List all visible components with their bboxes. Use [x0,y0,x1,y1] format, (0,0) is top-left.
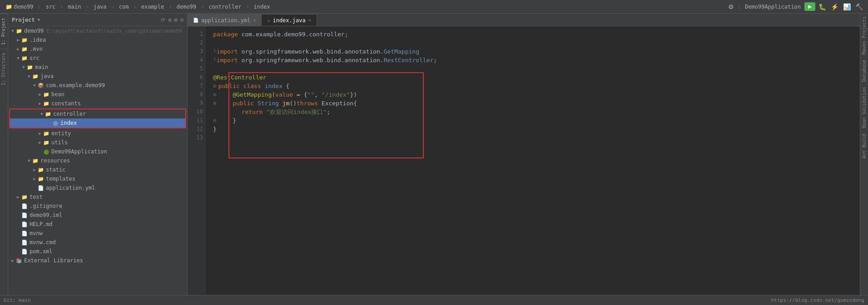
tree-item-resources[interactable]: ▼ 📁 resources [8,156,187,165]
xml-icon-pom: 📄 [21,249,28,255]
tree-item-appyml[interactable]: · 📄 application.yml [8,183,187,192]
tree-item-index[interactable]: · ⬤ index [10,118,185,128]
tree-item-entity[interactable]: ▶ 📁 entity [8,129,187,138]
nav-example[interactable]: example [139,3,166,11]
folder-icon-src: 📁 [21,55,28,61]
line-num-10: 10 [188,108,203,116]
code-line-11: ⊖ } [213,116,860,125]
build-button[interactable]: 🔨 [854,2,864,12]
tree-item-idea[interactable]: ▶ 📁 .idea [8,35,187,44]
coverage-button[interactable]: ⚡ [829,2,840,12]
sidebar-gear-icon[interactable]: ⚙ [168,17,171,23]
nav-controller[interactable]: controller [207,3,243,11]
nav-java[interactable]: java [92,3,109,11]
toolbar-settings-btn[interactable]: ⚙ [727,2,735,12]
tab-indexjava-close[interactable]: × [308,18,311,23]
tree-item-constants[interactable]: ▶ 📁 constants [8,99,187,108]
run-config-label: Demo99Application [743,4,803,10]
debug-button[interactable]: 🐛 [817,2,828,12]
tree-item-bean[interactable]: ▶ 📁 bean [8,90,187,99]
sidebar-header: Project ▼ ⟳ ⚙ ⊞ ⊟ [8,14,187,26]
nav-demo99[interactable]: 📁 demo99 [4,3,35,11]
tab-yaml-icon: 📄 [193,18,198,23]
tree-label-constants: constants [51,100,81,107]
tree-item-mvnwcmd[interactable]: · 📄 mvnw.cmd [8,238,187,247]
tab-appyml[interactable]: 📄 application.yml × [188,14,262,26]
ant-build-panel[interactable]: Ant Build [861,131,868,161]
database-panel[interactable]: Database [861,57,868,84]
mvnw-icon: 📄 [21,231,28,236]
nav-demo99-2[interactable]: demo99 [175,3,198,11]
arrow-entity: ▶ [37,131,43,136]
arrow-templates: ▶ [32,177,37,181]
code-line-5 [213,64,860,73]
package-icon: 📦 [37,83,45,89]
tree-item-java[interactable]: ▼ 📁 java [8,72,187,81]
code-editor[interactable]: package com.example.demo99.controller; └… [206,26,860,295]
line-num-6: 6 [188,73,203,82]
line-num-13: 13 [188,133,203,142]
tree-item-gitignore[interactable]: · 📄 .gitignore [8,202,187,211]
line-num-12: 12 [188,125,203,133]
tab-java-icon: ☕ [267,18,270,23]
tree-item-demo99[interactable]: ▼ 📁 demo99 E:\mysoft\kaifasoft\kaifa_cod… [8,26,187,35]
arrow-resources: ▼ [26,158,32,163]
nav-index[interactable]: index [252,3,272,11]
maven-projects-panel[interactable]: Maven Projects [861,14,868,57]
sidebar-dropdown-icon: ▼ [38,17,40,22]
nav-main[interactable]: main [66,3,83,11]
tab-indexjava[interactable]: ☕ index.java × [262,14,317,26]
tree-item-extlibs[interactable]: ▶ 📚 External Libraries [8,256,187,265]
tree-label-package: com.example.demo99 [46,82,105,89]
arrow-java: ▼ [26,74,32,79]
tree-item-test[interactable]: ▶ 📁 test [8,192,187,202]
tree-item-utils[interactable]: ▶ 📁 utils [8,138,187,147]
code-line-7: ⊕public class index { [213,82,860,90]
project-tab[interactable]: 1: Project [0,14,8,49]
tree-item-mvn[interactable]: ▶ 📁 .mvn [8,44,187,54]
nav-src[interactable]: src [44,3,58,11]
arrow-controller: ▼ [39,112,45,116]
nav-main-label: main [68,4,81,10]
tree-item-main[interactable]: ▼ 📁 main [8,63,187,72]
run-button[interactable]: ▶ [804,2,815,11]
nav-com[interactable]: com [117,3,131,11]
nav-demo99-2-label: demo99 [177,4,196,10]
tree-item-package[interactable]: ▼ 📦 com.example.demo99 [8,81,187,90]
sidebar-collapse-icon[interactable]: ⊟ [180,17,184,23]
tree-item-mvnw[interactable]: · 📄 mvnw [8,229,187,238]
tree-item-src[interactable]: ▼ 📁 src [8,54,187,63]
tab-appyml-close[interactable]: × [253,18,256,23]
arrow-demo99app: · [37,149,43,154]
folder-icon-mvn: 📁 [21,46,28,52]
run-icon: ▶ [808,4,812,10]
tree-item-static[interactable]: ▶ 📁 static [8,165,187,174]
tree-item-demo99app[interactable]: · ⬤ Demo99Application [8,147,187,156]
nav-sep6: › [169,4,172,10]
code-line-3: └import org.springframework.web.bind.ann… [213,47,860,56]
tree-item-helpmd[interactable]: · 📄 HELP.md [8,220,187,229]
controller-highlight-box: ▼ 📁 controller · ⬤ index [9,108,186,128]
sidebar-refresh-icon[interactable]: ⟳ [161,17,165,23]
sidebar-expand-icon[interactable]: ⊞ [174,17,178,23]
arrow-demo99: ▼ [10,29,15,33]
profile-button[interactable]: 📊 [842,2,852,12]
folder-icon-test: 📁 [21,194,28,200]
folder-icon-java: 📁 [32,74,39,79]
structure-tab[interactable]: 2: Structure [0,49,8,89]
tree-label-index: index [60,120,77,126]
tree-label-iml: demo99.iml [30,212,62,218]
nav-sep7: › [201,4,204,10]
tree-label-controller: controller [53,111,86,117]
tree-item-pomxml[interactable]: · 📄 pom.xml [8,247,187,256]
top-toolbar: 📁 demo99 › src › main › java › com › exa… [0,0,868,14]
tree-item-controller[interactable]: ▼ 📁 controller [10,109,185,118]
tree-item-iml[interactable]: · 📄 demo99.iml [8,211,187,220]
folder-icon-idea: 📁 [21,37,28,43]
arrow-test: ▶ [15,195,21,199]
folder-icon: 📁 [5,4,12,10]
status-url: https://blog.csdn.net/gumindong [771,297,864,303]
line-num-7: 7 [188,82,203,90]
tree-item-templates[interactable]: ▶ 📁 templates [8,174,187,183]
bean-validation-panel[interactable]: Bean Validation [861,84,868,131]
